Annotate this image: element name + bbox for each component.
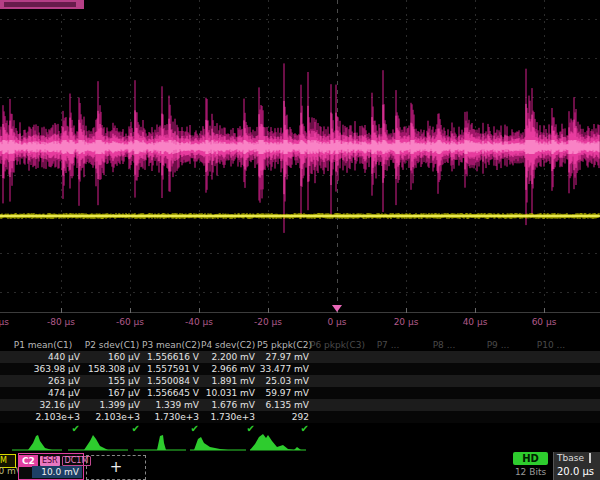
measure-value: 1.556645 V bbox=[142, 387, 199, 399]
timebase-label: Tbase bbox=[557, 453, 584, 463]
param-header-inactive[interactable]: P bbox=[592, 339, 600, 351]
measure-value: 1.557591 V bbox=[142, 363, 199, 375]
measure-value: 440 µV bbox=[6, 351, 80, 363]
measure-value: 158.308 µV bbox=[84, 363, 140, 375]
c2-label[interactable]: C2 bbox=[19, 455, 38, 467]
measure-value: 33.477 mV bbox=[257, 363, 309, 375]
time-axis-label: 0 µs bbox=[327, 317, 346, 327]
measure-value: 2.200 mV bbox=[201, 351, 255, 363]
time-axis-line bbox=[0, 312, 600, 313]
param-header-inactive[interactable]: P6 pkpk(C3) bbox=[310, 339, 362, 351]
measure-value: 2.966 mV bbox=[201, 363, 255, 375]
param-header-inactive[interactable]: P8 ... bbox=[418, 339, 470, 351]
oscilloscope-screen: -100 µs-80 µs-60 µs-40 µs-20 µs0 µs20 µs… bbox=[0, 0, 600, 480]
param-header[interactable]: P3 mean(C2) bbox=[142, 339, 199, 351]
time-axis-label: 40 µs bbox=[463, 317, 488, 327]
measure-value: 167 µV bbox=[84, 387, 140, 399]
timebase-value: 20.0 µs bbox=[557, 466, 594, 477]
param-header[interactable]: P1 mean(C1) bbox=[6, 339, 80, 351]
c2-esr-badge: ESR bbox=[40, 456, 60, 466]
measure-value: 59.97 mV bbox=[257, 387, 309, 399]
measure-value: 1.339 mV bbox=[142, 399, 199, 411]
measure-value: 1.399 µV bbox=[84, 399, 140, 411]
c2-descriptor[interactable]: C2 ESR DC1M 10.0 mV bbox=[18, 453, 84, 480]
measure-value: 10.031 mV bbox=[201, 387, 255, 399]
histicon-p2[interactable] bbox=[84, 435, 108, 450]
measure-value: 1.550084 V bbox=[142, 375, 199, 387]
time-axis-label: -60 µs bbox=[116, 317, 144, 327]
measure-value: 263 µV bbox=[6, 375, 80, 387]
time-axis-label: 20 µs bbox=[394, 317, 419, 327]
time-axis-label: 60 µs bbox=[532, 317, 557, 327]
measure-value: 1.556616 V bbox=[142, 351, 199, 363]
measure-value: 2.103e+3 bbox=[6, 411, 80, 423]
measure-value: 27.97 mV bbox=[257, 351, 309, 363]
hd-bits-label: 12 Bits bbox=[509, 467, 552, 477]
add-trace-button[interactable]: + bbox=[86, 455, 146, 480]
histicon-p3[interactable] bbox=[157, 435, 166, 450]
timebase-descriptor[interactable]: Tbase 20.0 µs bbox=[553, 452, 600, 480]
measure-value: 474 µV bbox=[6, 387, 80, 399]
time-axis-label: -40 µs bbox=[185, 317, 213, 327]
param-header[interactable]: P2 sdev(C1) bbox=[84, 339, 140, 351]
time-axis-label: -80 µs bbox=[47, 317, 75, 327]
measure-value: 32.16 µV bbox=[6, 399, 80, 411]
param-header-inactive[interactable]: P7 ... bbox=[362, 339, 414, 351]
hd-mode-badge[interactable]: HD bbox=[513, 452, 548, 465]
waveform-plot bbox=[0, 0, 600, 332]
measure-value: 1.891 mV bbox=[201, 375, 255, 387]
param-header-inactive[interactable]: P9 ... bbox=[472, 339, 524, 351]
measure-value: 160 µV bbox=[84, 351, 140, 363]
measure-histicons bbox=[0, 430, 310, 454]
trigger-position-marker[interactable] bbox=[332, 305, 342, 312]
top-left-badge bbox=[0, 0, 84, 9]
c2-scale-value[interactable]: 10.0 mV bbox=[32, 466, 82, 478]
measure-value: 363.98 µV bbox=[6, 363, 80, 375]
measure-value: 25.03 mV bbox=[257, 375, 309, 387]
measure-value: 155 µV bbox=[84, 375, 140, 387]
measure-value: 6.135 mV bbox=[257, 399, 309, 411]
measure-value: 292 bbox=[257, 411, 309, 423]
param-header[interactable]: P4 sdev(C2) bbox=[201, 339, 255, 351]
param-header[interactable]: P5 pkpk(C2) bbox=[257, 339, 309, 351]
histicon-p1[interactable] bbox=[28, 435, 52, 450]
param-header-inactive[interactable]: P10 ... bbox=[525, 339, 577, 351]
measure-value: 1.730e+3 bbox=[201, 411, 255, 423]
histicon-p5[interactable] bbox=[250, 434, 301, 450]
time-axis-label: -20 µs bbox=[254, 317, 282, 327]
time-axis-label: -100 µs bbox=[0, 317, 9, 327]
measure-value: 2.103e+3 bbox=[84, 411, 140, 423]
timebase-separator bbox=[589, 453, 591, 463]
histicon-p4[interactable] bbox=[194, 437, 228, 450]
measure-value: 1.730e+3 bbox=[142, 411, 199, 423]
measure-value: 1.676 mV bbox=[201, 399, 255, 411]
